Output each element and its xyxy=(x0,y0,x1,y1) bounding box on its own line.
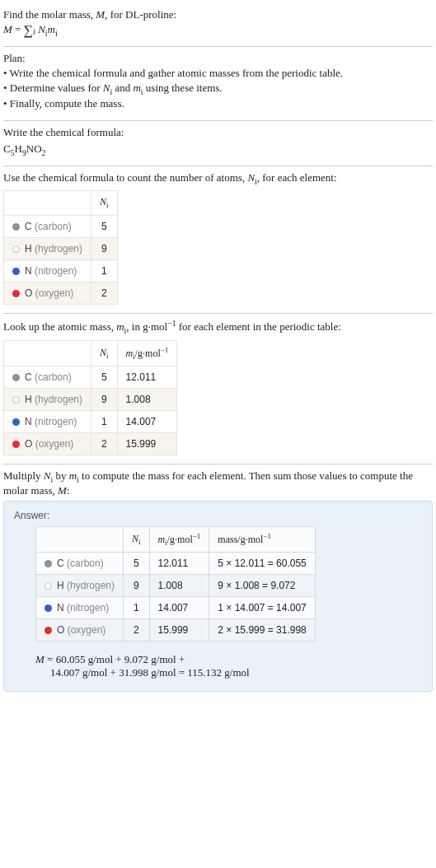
element-cell: O (oxygen) xyxy=(36,619,124,642)
var-mi: mi xyxy=(133,82,143,94)
element-dot-icon xyxy=(45,582,52,590)
element-cell: C (carbon) xyxy=(36,553,124,575)
table-cell: 9 × 1.008 = 9.072 xyxy=(209,575,315,597)
element-symbol: N xyxy=(25,416,35,427)
table-cell: 1 xyxy=(124,597,150,619)
element-symbol: H xyxy=(57,580,67,591)
table-row: C (carbon)512.0115 × 12.011 = 60.055 xyxy=(36,553,316,575)
intro-line: Find the molar mass, M, for DL-proline: xyxy=(3,8,433,21)
element-name: (hydrogen) xyxy=(67,580,115,591)
table-cell: 12.011 xyxy=(149,553,209,575)
var-mi: mi xyxy=(69,469,79,482)
element-cell: H (hydrogen) xyxy=(36,575,124,597)
plan-text: • Determine values for xyxy=(3,82,103,94)
heading-text: Multiply xyxy=(3,469,44,482)
table-row: O (oxygen)215.9992 × 15.999 = 31.998 xyxy=(36,619,316,642)
heading-text: by xyxy=(53,469,69,482)
table-cell: 1 × 14.007 = 14.007 xyxy=(209,597,315,619)
table-cell: 12.011 xyxy=(117,366,177,389)
table-cell: 1.008 xyxy=(149,575,209,597)
plan-heading: Plan: xyxy=(3,52,433,65)
atomic-mass-table: Ni mi/g·mol−1 C (carbon)512.011H (hydrog… xyxy=(3,340,177,455)
eq-Ni: Ni xyxy=(38,23,47,35)
element-cell: N (nitrogen) xyxy=(4,411,91,433)
header-Ni: Ni xyxy=(91,191,118,215)
plan-bullet: • Determine values for Ni and mi using t… xyxy=(3,82,433,96)
element-cell: H (hydrogen) xyxy=(4,237,91,259)
chemical-formula: C5H9NO2 xyxy=(3,142,433,157)
table-row: H (hydrogen)91.008 xyxy=(4,389,177,411)
answer-label: Answer: xyxy=(14,510,422,521)
element-dot-icon xyxy=(45,627,52,634)
table-cell: 5 xyxy=(91,366,118,389)
table-cell: 9 xyxy=(91,389,118,411)
element-o: O xyxy=(34,142,41,155)
header-blank xyxy=(4,191,91,215)
table-row: H (hydrogen)91.0089 × 1.008 = 9.072 xyxy=(36,575,316,597)
table-cell: 2 xyxy=(91,282,118,304)
element-symbol: N xyxy=(57,602,67,614)
section-heading: Multiply Ni by mi to compute the mass fo… xyxy=(3,469,433,497)
table-cell: 1 xyxy=(91,259,118,282)
element-symbol: C xyxy=(57,558,67,569)
element-cell: O (oxygen) xyxy=(4,282,91,304)
table-row: C (carbon)5 xyxy=(4,215,118,237)
element-h: H xyxy=(15,142,22,155)
element-name: (nitrogen) xyxy=(35,265,77,277)
eq-mi: mi xyxy=(48,23,58,35)
var-Ni: Ni xyxy=(103,82,112,94)
intro-text-2: , for DL-proline: xyxy=(105,8,176,21)
table-cell: 5 × 12.011 = 60.055 xyxy=(209,553,315,575)
header-Ni: Ni xyxy=(124,526,150,552)
table-cell: 14.007 xyxy=(117,411,177,433)
element-name: (carbon) xyxy=(35,371,72,383)
table-cell: 2 xyxy=(91,433,118,455)
element-name: (carbon) xyxy=(35,221,72,232)
table-header-row: Ni mi/g·mol−1 xyxy=(4,340,177,366)
table-cell: 9 xyxy=(124,575,150,597)
element-dot-icon xyxy=(12,290,20,297)
section-heading: Look up the atomic mass, mi, in g·mol−1 … xyxy=(3,319,433,335)
table-cell: 5 xyxy=(124,553,150,575)
plan-bullet: • Finally, compute the mass. xyxy=(3,97,433,110)
element-name: (nitrogen) xyxy=(67,602,109,614)
table-cell: 2 xyxy=(124,619,150,642)
element-symbol: C xyxy=(25,221,35,232)
element-cell: C (carbon) xyxy=(4,215,91,237)
atom-count-table: Ni C (carbon)5H (hydrogen)9N (nitrogen)1… xyxy=(3,190,118,304)
element-symbol: O xyxy=(57,624,68,636)
var-M: M xyxy=(58,484,67,497)
final-line-2: 14.007 g/mol + 31.998 g/mol = 115.132 g/… xyxy=(50,666,422,679)
subscript: 2 xyxy=(42,148,46,157)
element-dot-icon xyxy=(12,245,20,253)
element-name: (nitrogen) xyxy=(35,416,77,427)
element-name: (oxygen) xyxy=(35,287,74,299)
section-heading: Use the chemical formula to count the nu… xyxy=(3,171,433,186)
table-header-row: Ni mi/g·mol−1 mass/g·mol−1 xyxy=(36,526,316,552)
table-cell: 5 xyxy=(91,215,118,237)
chemical-formula-section: Write the chemical formula: C5H9NO2 xyxy=(3,121,433,166)
table-cell: 15.999 xyxy=(149,619,209,642)
table-row: C (carbon)512.011 xyxy=(4,366,177,389)
element-name: (hydrogen) xyxy=(35,243,82,254)
table-cell: 14.007 xyxy=(149,597,209,619)
heading-text: , for each element: xyxy=(257,171,337,184)
answer-table: Ni mi/g·mol−1 mass/g·mol−1 C (carbon)512… xyxy=(35,526,316,642)
table-row: N (nitrogen)114.007 xyxy=(4,411,177,433)
element-name: (carbon) xyxy=(67,558,104,569)
atom-count-section: Use the chemical formula to count the nu… xyxy=(3,166,433,314)
table-row: H (hydrogen)9 xyxy=(4,237,118,259)
exp: −1 xyxy=(167,319,176,328)
var-mi: mi xyxy=(116,320,126,333)
table-cell: 15.999 xyxy=(117,433,177,455)
element-cell: C (carbon) xyxy=(4,366,91,389)
element-dot-icon xyxy=(12,441,20,448)
table-row: N (nitrogen)114.0071 × 14.007 = 14.007 xyxy=(36,597,316,619)
var-Ni: Ni xyxy=(247,171,256,184)
element-cell: H (hydrogen) xyxy=(4,389,91,411)
heading-text: : xyxy=(67,484,70,497)
header-Ni: Ni xyxy=(91,340,118,366)
compute-section: Multiply Ni by mi to compute the mass fo… xyxy=(3,464,433,700)
header-mi: mi/g·mol−1 xyxy=(149,526,209,552)
element-dot-icon xyxy=(45,560,52,567)
